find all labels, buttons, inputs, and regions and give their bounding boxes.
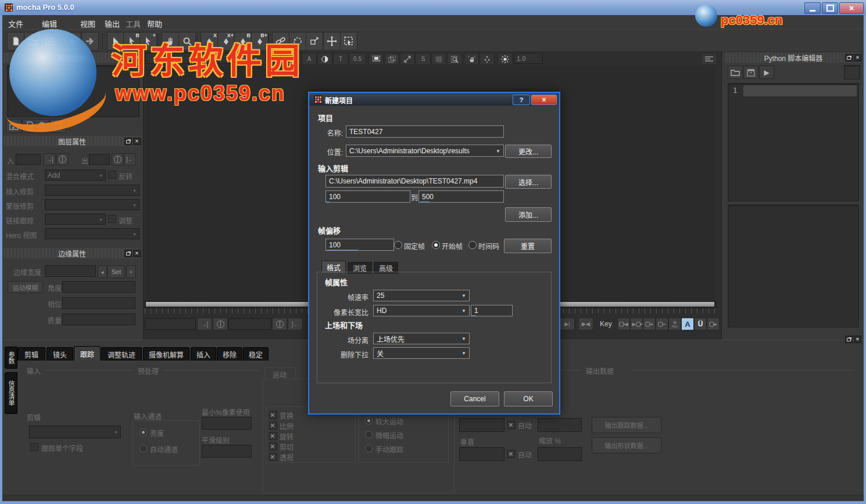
marquee-tool-button[interactable] [340, 32, 357, 51]
tab-format[interactable]: 格式 [321, 261, 346, 273]
float-panel-icon[interactable] [845, 54, 853, 62]
invert-checkbox[interactable] [108, 171, 116, 179]
blend-mode-dropdown[interactable]: Add [45, 170, 106, 181]
close-panel-icon[interactable] [133, 138, 141, 145]
smooth-level-field[interactable] [202, 445, 252, 458]
autokey-button[interactable]: A [681, 318, 694, 330]
tab-lens[interactable]: 镜头 [46, 347, 73, 361]
cancel-button[interactable]: Cancel [450, 391, 499, 406]
half-out-button[interactable] [272, 318, 287, 330]
export-tracking-data-button[interactable]: 输出跟踪数据... [592, 417, 661, 433]
matte-clip-dropdown[interactable] [45, 199, 139, 210]
move-tool-button[interactable] [323, 32, 341, 51]
scale-checkbox[interactable] [269, 422, 277, 430]
contrast-view-button[interactable] [317, 53, 332, 65]
current-frame-field[interactable] [145, 318, 196, 330]
phase-field[interactable] [62, 297, 135, 309]
out-point-field[interactable] [89, 154, 110, 165]
menu-file[interactable]: 文件 [8, 18, 23, 29]
float-panel-icon[interactable] [124, 138, 132, 145]
delete-all-keys-button[interactable]: ⊗ALL [668, 318, 681, 330]
open-script-button[interactable] [728, 66, 743, 79]
resize-view-button[interactable] [400, 53, 415, 65]
tab-adjust-track[interactable]: 调整轨迹 [101, 347, 142, 361]
delete-key-button[interactable]: − [656, 318, 668, 330]
edge-width-field[interactable] [45, 265, 96, 277]
set-in-button[interactable]: →[ [44, 153, 56, 165]
half-in-button[interactable] [213, 318, 228, 330]
set-out-button[interactable]: ]← [124, 153, 136, 165]
pan-lock-button[interactable] [464, 53, 479, 65]
key-options-button[interactable]: ▸ [707, 318, 720, 330]
scale-pct-field[interactable] [538, 447, 582, 461]
python-editor[interactable]: 1 [728, 83, 859, 201]
goto-out-button[interactable]: ]← [288, 318, 303, 330]
vertical-offset-field[interactable] [459, 447, 504, 461]
console-output[interactable] [728, 204, 859, 327]
tab-remove[interactable]: 移除 [217, 347, 242, 361]
transform-tool-button[interactable] [306, 32, 323, 51]
change-location-button[interactable]: 更改... [505, 145, 552, 158]
frame-rate-dropdown[interactable]: 25 [373, 290, 470, 301]
translation-checkbox[interactable] [269, 411, 277, 419]
menu-tools[interactable]: 工具 [126, 18, 141, 29]
run-script-button[interactable]: ▶ [759, 66, 774, 79]
minimize-button[interactable] [804, 2, 821, 14]
range-end-field[interactable]: 500 [418, 190, 504, 203]
add-clip-button[interactable]: 添加... [505, 207, 552, 222]
start-frame-radio[interactable] [432, 241, 440, 249]
pixel-aspect-dropdown[interactable]: HD [373, 305, 470, 316]
play-button[interactable]: ▶| [560, 318, 575, 330]
timecode-radio[interactable] [468, 241, 477, 249]
close-panel-icon[interactable] [854, 336, 861, 343]
dialog-title-bar[interactable]: 新建项目 ? × [309, 93, 557, 106]
float-panel-icon[interactable] [845, 336, 853, 343]
close-panel-icon[interactable] [854, 54, 861, 62]
range-field[interactable] [228, 318, 271, 330]
side-tab-parameters[interactable]: 参数 [5, 347, 17, 369]
link-track-dropdown[interactable] [45, 214, 106, 225]
auto-vertical-checkbox[interactable] [507, 450, 516, 458]
tab-clip[interactable]: 剪辑 [17, 347, 45, 361]
track-single-field-checkbox[interactable] [30, 443, 38, 451]
dialog-close-button[interactable]: × [531, 95, 557, 105]
pulldown-dropdown[interactable]: 关 [373, 347, 470, 359]
grid-view-button[interactable] [431, 53, 446, 65]
gamma-value-button[interactable]: 0.5 [349, 53, 366, 65]
side-tab-info-list[interactable]: 信息清单 [5, 372, 17, 414]
perspective-checkbox[interactable] [269, 453, 277, 461]
out-half-button[interactable] [112, 153, 124, 165]
shear-checkbox[interactable] [269, 442, 277, 451]
insert-clip-dropdown[interactable] [45, 185, 139, 196]
ok-button[interactable]: OK [504, 391, 553, 406]
horizontal-offset-field[interactable] [459, 418, 504, 432]
tab-track[interactable]: 跟踪 [74, 346, 101, 361]
manual-track-radio[interactable] [365, 445, 373, 452]
in-point-field[interactable] [16, 154, 41, 165]
edge-width-plus-button[interactable]: + [126, 265, 136, 278]
luminance-radio[interactable] [139, 429, 147, 436]
stack-views-button[interactable] [384, 53, 399, 65]
offset-pct-field[interactable] [538, 418, 582, 432]
play-range-button[interactable]: ▶◀ [578, 318, 593, 330]
adjust-checkbox[interactable] [108, 215, 116, 223]
close-button[interactable]: × [839, 2, 864, 14]
full-screen-button[interactable] [368, 53, 384, 65]
save-script-button[interactable] [743, 66, 758, 79]
goto-in-button[interactable]: →[ [197, 318, 212, 330]
gain-value-field[interactable]: 1.0 [514, 53, 543, 64]
maximize-button[interactable] [822, 2, 838, 14]
tab-stabilize[interactable]: 稳定 [243, 347, 269, 361]
stabilize-view-button[interactable]: S [416, 53, 431, 65]
motion-blur-button[interactable]: 运动模糊 [8, 281, 43, 293]
quality-field[interactable] [62, 314, 135, 325]
reset-button[interactable]: 重置 [504, 239, 552, 253]
prev-key-button[interactable]: ◀ [617, 318, 630, 330]
menu-view[interactable]: 视图 [80, 18, 95, 29]
next-key-button[interactable]: ▶ [630, 318, 643, 330]
auto-horizontal-checkbox[interactable] [507, 421, 516, 429]
large-motion-radio[interactable] [365, 417, 373, 424]
tab-camera-solve[interactable]: 摄像机解算 [143, 347, 189, 361]
trace-points-button[interactable] [479, 53, 495, 65]
menu-help[interactable]: 帮助 [147, 18, 162, 29]
